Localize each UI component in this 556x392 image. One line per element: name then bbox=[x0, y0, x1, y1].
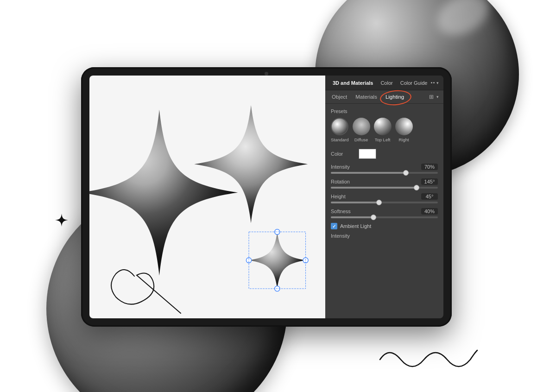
scribble-bottom-right bbox=[375, 341, 482, 378]
preset-label-top-left: Top Left bbox=[375, 137, 391, 142]
softness-value[interactable]: 40% bbox=[421, 208, 438, 215]
preset-standard[interactable]: Standard bbox=[331, 118, 349, 142]
chevron-down-icon-sub[interactable]: ▾ bbox=[436, 95, 439, 99]
softness-fill bbox=[331, 216, 373, 218]
preset-right[interactable]: Right bbox=[395, 118, 413, 142]
color-label: Color bbox=[331, 151, 359, 157]
rotation-fill bbox=[331, 187, 417, 189]
panel-content: Presets Standard Diffuse Top Left bbox=[325, 104, 443, 318]
sub-tab-icons: ⊞ ▾ bbox=[429, 94, 439, 100]
color-row: Color bbox=[331, 149, 438, 159]
preset-top-left[interactable]: Top Left bbox=[374, 118, 392, 142]
height-label: Height bbox=[331, 194, 346, 199]
intensity-thumb[interactable] bbox=[403, 170, 409, 176]
tab-lighting[interactable]: Lighting bbox=[384, 93, 406, 101]
panel-icon-grid[interactable]: ⊞ bbox=[429, 94, 434, 100]
intensity-track[interactable] bbox=[331, 172, 438, 174]
panel-area: 3D and Materials Color Color Guide ▾ Obj… bbox=[325, 76, 443, 318]
panel-header-icons[interactable]: ▾ bbox=[431, 81, 439, 85]
tab-color-guide[interactable]: Color Guide bbox=[398, 77, 430, 89]
preset-label-standard: Standard bbox=[331, 137, 349, 142]
ambient-light-row: ✓ Ambient Light bbox=[331, 223, 438, 229]
slider-height: Height 45° bbox=[331, 193, 438, 203]
preset-sphere-diffuse bbox=[353, 118, 370, 135]
preset-sphere-right bbox=[395, 118, 413, 135]
tab-lighting-wrapper: Lighting bbox=[384, 93, 406, 101]
preset-diffuse[interactable]: Diffuse bbox=[353, 118, 370, 142]
tab-object[interactable]: Object bbox=[330, 93, 349, 101]
tab-3d-materials[interactable]: 3D and Materials bbox=[330, 77, 376, 89]
rotation-value[interactable]: 145° bbox=[421, 178, 438, 185]
tab-color[interactable]: Color bbox=[378, 77, 395, 89]
slider-rotation: Rotation 145° bbox=[331, 178, 438, 189]
softness-track[interactable] bbox=[331, 216, 438, 218]
height-fill bbox=[331, 202, 379, 203]
softness-thumb[interactable] bbox=[371, 215, 376, 220]
slider-softness: Softness 40% bbox=[331, 208, 438, 218]
preset-label-right: Right bbox=[398, 137, 409, 142]
ambient-light-checkbox[interactable]: ✓ bbox=[331, 223, 337, 229]
preset-label-diffuse: Diffuse bbox=[354, 137, 368, 142]
expand-dots bbox=[431, 82, 435, 83]
presets-label: Presets bbox=[331, 108, 438, 114]
rotation-label: Rotation bbox=[331, 179, 350, 184]
panel-header-tabs: 3D and Materials Color Color Guide bbox=[330, 77, 430, 89]
presets-row: Standard Diffuse Top Left Right bbox=[331, 118, 438, 142]
intensity-fill bbox=[331, 172, 406, 174]
ambient-light-label: Ambient Light bbox=[340, 223, 371, 229]
panel-header: 3D and Materials Color Color Guide ▾ bbox=[325, 76, 443, 90]
scribble-bottom-left bbox=[107, 262, 190, 318]
small-star-decoration bbox=[55, 213, 69, 227]
height-track[interactable] bbox=[331, 202, 438, 203]
preset-sphere-top-left bbox=[374, 118, 392, 135]
rotation-thumb[interactable] bbox=[414, 185, 419, 190]
color-swatch[interactable] bbox=[359, 149, 376, 159]
checkbox-check-icon: ✓ bbox=[332, 224, 336, 229]
rotation-track[interactable] bbox=[331, 187, 438, 189]
preset-sphere-standard bbox=[331, 118, 348, 135]
intensity2-label: Intensity bbox=[331, 233, 438, 239]
height-value[interactable]: 45° bbox=[421, 193, 438, 200]
softness-label: Softness bbox=[331, 209, 351, 214]
height-thumb[interactable] bbox=[376, 200, 382, 205]
intensity-value[interactable]: 70% bbox=[421, 164, 438, 170]
intensity-label: Intensity bbox=[331, 164, 350, 170]
slider-intensity: Intensity 70% bbox=[331, 164, 438, 174]
tab-materials[interactable]: Materials bbox=[354, 93, 379, 101]
chevron-down-icon[interactable]: ▾ bbox=[436, 81, 439, 85]
sub-tabs: Object Materials Lighting ⊞ ▾ bbox=[325, 90, 443, 104]
